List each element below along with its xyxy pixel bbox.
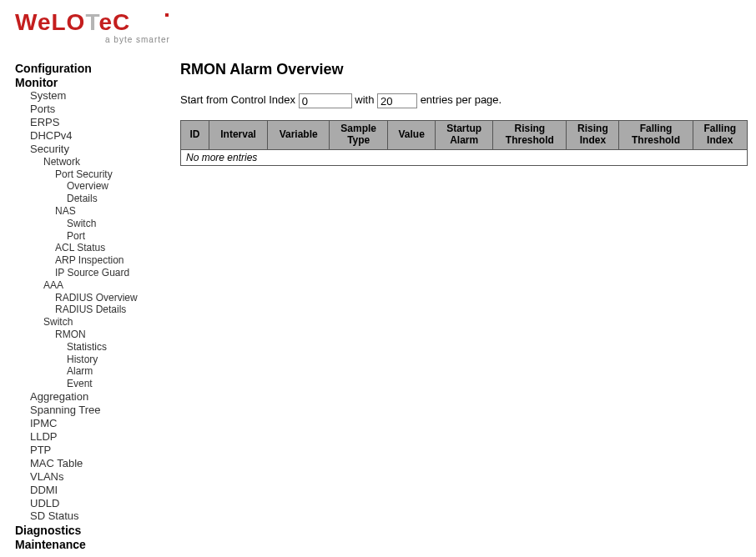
sidebar-section-configuration[interactable]: Configuration [15, 62, 165, 75]
col-value: Value [388, 121, 436, 150]
filter-suffix-label: entries per page. [421, 93, 502, 106]
sidebar-item-ip-source-guard[interactable]: IP Source Guard [55, 268, 165, 279]
sidebar-item-nas[interactable]: NAS [55, 206, 165, 218]
sidebar-item-erps[interactable]: ERPS [30, 117, 165, 129]
sidebar-item-rmon[interactable]: RMON [55, 329, 165, 341]
sidebar-item-radius-overview[interactable]: RADIUS Overview [55, 293, 165, 304]
col-interval: Interval [209, 121, 268, 150]
filter-prefix-label: Start from Control Index [180, 93, 295, 106]
sidebar-item-vlans[interactable]: VLANs [30, 471, 165, 484]
brand-logo-block: WeLOTeC a byte smarter [0, 0, 756, 46]
main-content: RMON Alarm Overview Start from Control I… [165, 61, 756, 166]
sidebar-item-lldp[interactable]: LLDP [30, 431, 165, 444]
sidebar-item-switch[interactable]: Switch [43, 317, 165, 329]
sidebar-item-mac-table[interactable]: MAC Table [30, 458, 165, 470]
col-rising-threshold: RisingThreshold [493, 121, 567, 150]
col-rising-index: RisingIndex [567, 121, 619, 150]
col-variable: Variable [268, 121, 330, 150]
col-startup-alarm: StartupAlarm [436, 121, 493, 150]
svg-rect-1 [165, 13, 169, 17]
sidebar-section-maintenance[interactable]: Maintenance [15, 538, 165, 551]
svg-text:WeLOTeC: WeLOTeC [15, 9, 130, 35]
table-header-row: ID Interval Variable SampleType Value St… [181, 121, 748, 150]
col-sample-type: SampleType [330, 121, 388, 150]
sidebar-item-acl-status[interactable]: ACL Status [55, 243, 165, 254]
sidebar-item-aaa[interactable]: AAA [43, 280, 165, 292]
sidebar-item-ipmc[interactable]: IPMC [30, 418, 165, 430]
sidebar-item-rmon-statistics[interactable]: Statistics [67, 342, 165, 354]
sidebar-item-nas-port[interactable]: Port [67, 231, 165, 243]
brand-tagline: a byte smarter [105, 35, 741, 44]
sidebar-item-ports[interactable]: Ports [30, 103, 165, 116]
control-index-input[interactable] [299, 93, 352, 108]
sidebar-item-ptp[interactable]: PTP [30, 444, 165, 457]
no-entries-cell: No more entries [181, 149, 748, 165]
col-id: ID [181, 121, 209, 150]
entries-per-page-input[interactable] [377, 93, 417, 108]
table-row-empty: No more entries [181, 149, 748, 165]
sidebar-item-rmon-history[interactable]: History [67, 354, 165, 366]
filter-mid-label: with [355, 93, 374, 106]
sidebar-item-port-security[interactable]: Port Security [55, 169, 165, 181]
sidebar-item-aggregation[interactable]: Aggregation [30, 391, 165, 404]
sidebar-item-rmon-alarm[interactable]: Alarm [67, 366, 165, 378]
sidebar-item-system[interactable]: System [30, 90, 165, 103]
sidebar-item-sd-status[interactable]: SD Status [30, 510, 165, 523]
sidebar-section-monitor[interactable]: Monitor [15, 76, 165, 89]
sidebar-item-spanning-tree[interactable]: Spanning Tree [30, 404, 165, 417]
sidebar-section-diagnostics[interactable]: Diagnostics [15, 524, 165, 537]
sidebar-item-dhcpv4[interactable]: DHCPv4 [30, 130, 165, 143]
sidebar-item-details[interactable]: Details [67, 193, 165, 205]
brand-logo-icon: WeLOTeC [15, 8, 174, 37]
filter-row: Start from Control Index with entries pe… [180, 93, 748, 108]
sidebar-item-radius-details[interactable]: RADIUS Details [55, 304, 165, 316]
sidebar-item-overview[interactable]: Overview [67, 181, 165, 193]
sidebar-item-rmon-event[interactable]: Event [67, 379, 165, 390]
alarm-table: ID Interval Variable SampleType Value St… [180, 120, 748, 166]
sidebar-item-ddmi[interactable]: DDMI [30, 484, 165, 497]
sidebar-item-nas-switch[interactable]: Switch [67, 218, 165, 230]
sidebar-item-network[interactable]: Network [43, 157, 165, 168]
sidebar-nav: Configuration Monitor System Ports ERPS … [15, 61, 165, 553]
page-title: RMON Alarm Overview [180, 61, 748, 78]
sidebar-item-udld[interactable]: UDLD [30, 498, 165, 510]
sidebar-item-security[interactable]: Security [30, 143, 165, 156]
col-falling-threshold: FallingThreshold [619, 121, 693, 150]
sidebar-item-arp-inspection[interactable]: ARP Inspection [55, 255, 165, 267]
col-falling-index: FallingIndex [693, 121, 747, 150]
